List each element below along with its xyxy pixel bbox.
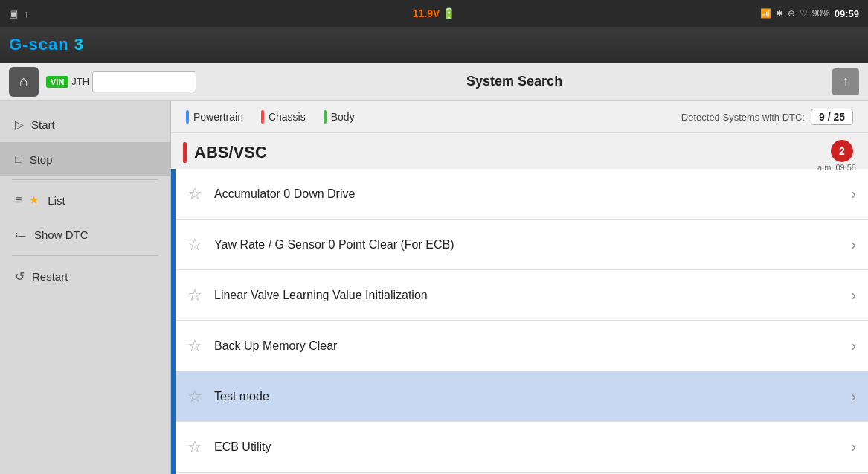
status-bar-center: 11.9V 🔋 <box>413 7 456 19</box>
powertrain-indicator <box>186 110 189 124</box>
logo-prefix: G-scan <box>9 35 69 54</box>
item-label-yaw-rate: Yaw Rate / G Sensor 0 Point Clear (For E… <box>214 238 851 252</box>
section-header: ABS/VSC 2 a.m. 09:58 <box>171 133 868 169</box>
chevron-icon-test-mode: › <box>851 388 856 405</box>
stop-icon: □ <box>15 153 22 166</box>
star-icon-linear-valve[interactable]: ☆ <box>187 286 202 305</box>
list-item-linear-valve[interactable]: ☆ Linear Valve Learning Value Initializa… <box>176 270 868 321</box>
item-label-ecb-utility: ECB Utility <box>214 441 851 454</box>
sidebar-item-list[interactable]: ≡ ★ List <box>0 183 170 217</box>
tab-chassis[interactable]: Chassis <box>261 110 306 124</box>
status-bar-left: ▣ ↑ <box>9 8 29 19</box>
dtc-badge: 2 <box>831 140 853 162</box>
section-title: ABS/VSC <box>194 143 267 162</box>
item-label-back-up: Back Up Memory Clear <box>214 339 851 353</box>
sidebar-item-stop[interactable]: □ Stop <box>0 142 170 176</box>
section-indicator <box>183 142 187 163</box>
home-icon: ⌂ <box>19 73 28 90</box>
list-item-accumulator[interactable]: ☆ Accumulator 0 Down Drive › <box>176 169 868 220</box>
status-bar: ▣ ↑ 11.9V 🔋 📶 ✱ ⊖ ♡ 90% 09:59 <box>0 0 868 27</box>
tab-powertrain-label: Powertrain <box>193 111 243 123</box>
sidebar-item-show-dtc-label: Show DTC <box>34 228 89 241</box>
jth-text: JTH <box>71 76 89 87</box>
sidebar-item-restart[interactable]: ↺ Restart <box>0 259 170 294</box>
main-layout: ▷ Start □ Stop ≡ ★ List ≔ Show DTC ↺ Res… <box>0 101 868 474</box>
chevron-icon-ecb-utility: › <box>851 438 856 455</box>
camera-icon: ▣ <box>9 8 18 19</box>
star-icon-accumulator[interactable]: ☆ <box>187 185 202 204</box>
list-item-back-up[interactable]: ☆ Back Up Memory Clear › <box>176 321 868 371</box>
sidebar-item-restart-label: Restart <box>32 270 68 283</box>
chevron-icon-linear-valve: › <box>851 286 856 304</box>
list-item-ecb-utility[interactable]: ☆ ECB Utility › <box>176 422 868 473</box>
chassis-indicator <box>261 110 264 124</box>
items-list: ☆ Accumulator 0 Down Drive › ☆ Yaw Rate … <box>176 169 868 474</box>
star-icon-yaw-rate[interactable]: ☆ <box>187 235 202 254</box>
sidebar-item-list-label: List <box>48 194 65 207</box>
star-icon-list: ★ <box>29 193 39 207</box>
content-area: Powertrain Chassis Body Detected Systems… <box>171 101 868 474</box>
detected-info: Detected Systems with DTC: 9 / 25 <box>681 109 853 125</box>
star-icon-ecb-utility[interactable]: ☆ <box>187 438 202 457</box>
tab-chassis-label: Chassis <box>269 111 306 123</box>
app-header: G-scan 3 <box>0 27 868 63</box>
arrow-icon: ↑ <box>24 8 29 19</box>
bluetooth-icon: ✱ <box>776 8 783 19</box>
item-label-linear-valve: Linear Valve Learning Value Initializati… <box>214 289 851 302</box>
chevron-icon-back-up: › <box>851 337 856 354</box>
restart-icon: ↺ <box>15 269 25 284</box>
chevron-icon-accumulator: › <box>851 185 856 202</box>
sidebar-item-show-dtc[interactable]: ≔ Show DTC <box>0 217 170 252</box>
home-button[interactable]: ⌂ <box>9 67 39 97</box>
detected-label: Detected Systems with DTC: <box>681 112 805 123</box>
tab-body-label: Body <box>331 111 355 123</box>
up-icon: ↑ <box>843 74 849 89</box>
wifi-icon: 📶 <box>760 8 771 19</box>
chevron-icon-yaw-rate: › <box>851 236 856 253</box>
show-dtc-icon: ≔ <box>15 228 27 242</box>
battery-percent: 90% <box>812 8 830 19</box>
logo-number: 3 <box>74 35 84 54</box>
vin-input[interactable] <box>92 71 196 92</box>
item-label-accumulator: Accumulator 0 Down Drive <box>214 188 851 201</box>
sidebar-divider-2 <box>12 255 158 256</box>
body-indicator <box>324 110 327 124</box>
sidebar-item-stop-label: Stop <box>30 153 53 166</box>
tab-powertrain[interactable]: Powertrain <box>186 110 243 124</box>
detected-count: 9 / 25 <box>811 109 853 125</box>
blue-line-container: ☆ Accumulator 0 Down Drive › ☆ Yaw Rate … <box>171 169 868 474</box>
heart-icon: ♡ <box>800 8 808 19</box>
list-icon: ≡ <box>15 193 22 207</box>
app-logo: G-scan 3 <box>9 35 84 54</box>
dtc-time: a.m. 09:58 <box>817 163 856 172</box>
sidebar-item-start-label: Start <box>31 118 55 131</box>
nav-title: System Search <box>196 74 832 89</box>
star-icon-back-up[interactable]: ☆ <box>187 336 202 356</box>
nav-up-button[interactable]: ↑ <box>832 68 859 95</box>
item-label-test-mode: Test mode <box>214 390 851 403</box>
sidebar: ▷ Start □ Stop ≡ ★ List ≔ Show DTC ↺ Res… <box>0 101 171 474</box>
category-tabs: Powertrain Chassis Body Detected Systems… <box>171 101 868 133</box>
nav-bar: ⌂ VIN JTH System Search ↑ <box>0 63 868 101</box>
status-bar-right: 📶 ✱ ⊖ ♡ 90% 09:59 <box>760 8 859 19</box>
list-item-test-mode[interactable]: ☆ Test mode › <box>176 371 868 422</box>
start-icon: ▷ <box>15 118 24 132</box>
time-display: 09:59 <box>835 8 859 19</box>
vin-badge: VIN <box>46 76 68 88</box>
list-item-yaw-rate[interactable]: ☆ Yaw Rate / G Sensor 0 Point Clear (For… <box>176 220 868 270</box>
battery-icon: 🔋 <box>443 7 455 19</box>
voltage-display: 11.9V <box>413 7 440 19</box>
star-icon-test-mode[interactable]: ☆ <box>187 387 202 406</box>
block-icon: ⊖ <box>788 8 795 19</box>
sidebar-item-start[interactable]: ▷ Start <box>0 107 170 142</box>
sidebar-divider-1 <box>12 179 158 180</box>
tab-body[interactable]: Body <box>324 110 355 124</box>
